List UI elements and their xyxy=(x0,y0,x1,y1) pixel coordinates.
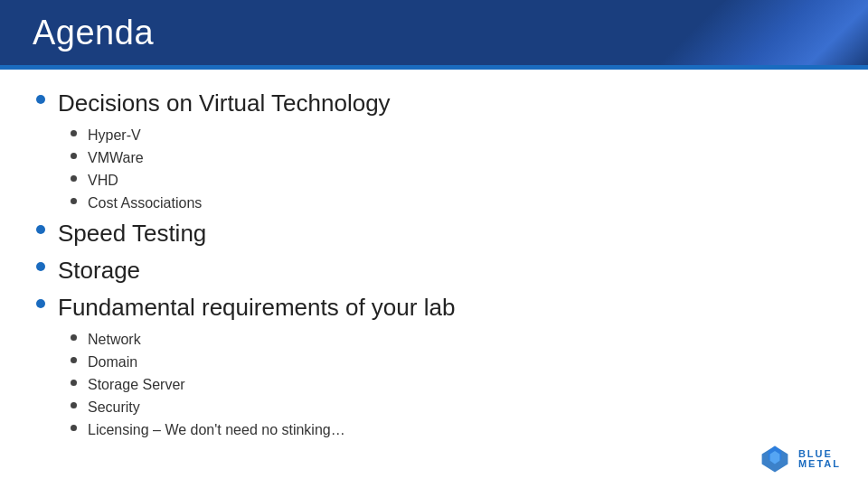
bullet-dot xyxy=(71,130,77,136)
bullet-dot xyxy=(36,262,45,271)
bullet-text: Fundamental requirements of your lab xyxy=(58,292,455,324)
list-item: Network xyxy=(71,329,832,351)
bullet-dot xyxy=(71,175,77,182)
sub-bullet-text: VHD xyxy=(88,170,118,192)
main-content: Decisions on Virtual Technology Hyper-V … xyxy=(0,70,868,454)
bullet-dot xyxy=(71,402,77,408)
list-item: Hyper-V xyxy=(71,125,832,146)
sub-bullets-decisions: Hyper-V VMWare VHD Cost Associations xyxy=(71,125,832,214)
bullet-dot xyxy=(36,225,45,234)
list-item: Speed Testing xyxy=(36,218,832,249)
bluemetal-logo-icon xyxy=(759,443,791,475)
page-title: Agenda xyxy=(33,14,154,52)
bullet-dot xyxy=(71,334,77,341)
sub-bullet-text: VMWare xyxy=(88,147,144,169)
bullet-dot xyxy=(71,357,77,363)
list-item: Storage xyxy=(36,255,832,286)
bullet-dot xyxy=(71,380,77,386)
sub-bullet-text: Cost Associations xyxy=(88,192,202,214)
bullet-text: Storage xyxy=(58,255,140,286)
list-item: Fundamental requirements of your lab xyxy=(36,292,832,324)
list-item: Storage Server xyxy=(71,374,832,396)
list-item: Security xyxy=(71,397,832,418)
sub-bullets-fundamental: Network Domain Storage Server Security L… xyxy=(71,329,832,441)
sub-bullet-text: Security xyxy=(88,397,140,418)
list-item: Cost Associations xyxy=(71,192,832,214)
sub-bullet-text: Hyper-V xyxy=(88,125,141,146)
bullet-dot xyxy=(71,425,77,431)
header: Agenda xyxy=(0,0,868,65)
sub-bullet-text: Storage Server xyxy=(88,374,185,396)
list-item: Licensing – We don't need no stinking… xyxy=(71,419,832,441)
list-item: Decisions on Virtual Technology xyxy=(36,88,832,119)
list-item: VMWare xyxy=(71,147,832,169)
bullet-dot xyxy=(36,299,45,308)
bullet-dot xyxy=(71,198,77,204)
sub-bullet-text: Domain xyxy=(88,352,137,373)
sub-bullet-text: Licensing – We don't need no stinking… xyxy=(88,419,345,441)
logo-text: BLUE METAL xyxy=(798,449,841,469)
list-item: VHD xyxy=(71,170,832,192)
bullet-dot xyxy=(36,95,45,104)
logo: BLUE METAL xyxy=(759,443,841,475)
logo-metal: METAL xyxy=(798,459,841,469)
list-item: Domain xyxy=(71,352,832,373)
bullet-dot xyxy=(71,153,77,159)
bullet-text: Speed Testing xyxy=(58,218,206,249)
sub-bullet-text: Network xyxy=(88,329,141,351)
bullet-text: Decisions on Virtual Technology xyxy=(58,88,391,119)
